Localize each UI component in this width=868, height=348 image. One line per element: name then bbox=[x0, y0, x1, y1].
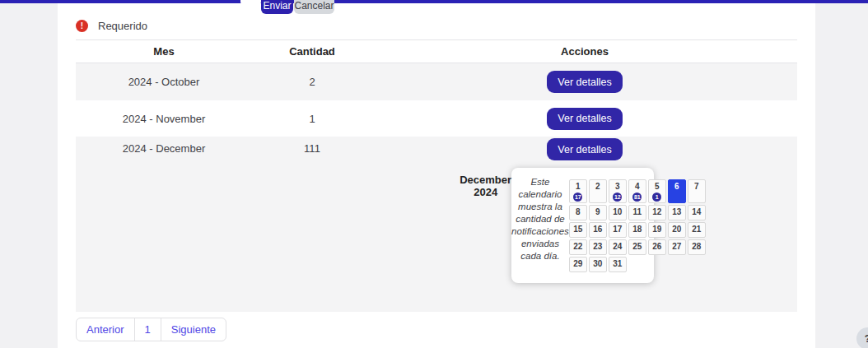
calendar-day-14[interactable]: 14 bbox=[688, 205, 706, 220]
calendar-day-19[interactable]: 19 bbox=[648, 222, 666, 238]
pagination-previous-button[interactable]: Anterior bbox=[77, 318, 134, 341]
day-number: 26 bbox=[652, 242, 661, 251]
calendar-day-15[interactable]: 15 bbox=[569, 222, 587, 238]
calendar-day-18[interactable]: 18 bbox=[628, 222, 646, 238]
day-number: 17 bbox=[613, 225, 622, 234]
calendar-day-23[interactable]: 23 bbox=[589, 239, 607, 255]
day-number: 24 bbox=[613, 242, 622, 251]
day-number: 6 bbox=[674, 182, 679, 191]
view-details-button[interactable]: Ver detalles bbox=[547, 108, 622, 130]
calendar-day-24[interactable]: 24 bbox=[609, 239, 627, 255]
day-number: 12 bbox=[652, 207, 661, 216]
calendar-day-31[interactable]: 31 bbox=[609, 257, 627, 272]
day-number: 20 bbox=[672, 225, 681, 234]
cell-cantidad: 111 bbox=[252, 137, 372, 312]
cell-mes: 2024 - December bbox=[76, 137, 252, 312]
calendar-day-21[interactable]: 21 bbox=[688, 222, 706, 238]
day-number: 3 bbox=[615, 182, 620, 191]
calendar-day-8[interactable]: 8 bbox=[569, 205, 587, 220]
table-row: 2024 - November 1 Ver detalles bbox=[76, 100, 797, 137]
calendar-day-9[interactable]: 9 bbox=[589, 205, 607, 220]
calendar-day-28[interactable]: 28 bbox=[688, 239, 706, 255]
table-row: 2024 - December 111 Ver detalles Decembe… bbox=[76, 137, 797, 312]
calendar-day-26[interactable]: 26 bbox=[648, 239, 666, 255]
calendar-day-11[interactable]: 11 bbox=[628, 205, 646, 220]
day-number: 2 bbox=[595, 182, 600, 191]
day-number: 9 bbox=[595, 207, 600, 216]
day-count-badge: 17 bbox=[573, 193, 582, 202]
required-note: ! Requerido bbox=[76, 20, 797, 32]
view-details-button[interactable]: Ver detalles bbox=[547, 138, 622, 160]
cell-mes: 2024 - November bbox=[76, 100, 252, 137]
day-number: 28 bbox=[692, 242, 701, 251]
calendar-day-25[interactable]: 25 bbox=[628, 239, 646, 255]
calendar-day-12[interactable]: 12 bbox=[648, 205, 666, 220]
calendar-day-6[interactable]: 6 bbox=[668, 179, 686, 203]
calendar-title: December 2024 bbox=[460, 174, 511, 198]
day-number: 10 bbox=[613, 207, 622, 216]
help-button[interactable]: ? bbox=[856, 327, 868, 348]
day-number: 11 bbox=[632, 207, 642, 216]
cell-mes: 2024 - October bbox=[76, 63, 252, 100]
top-accent-bar bbox=[0, 0, 868, 3]
day-number: 4 bbox=[635, 182, 640, 191]
calendar-day-20[interactable]: 20 bbox=[668, 222, 686, 238]
day-number: 25 bbox=[632, 242, 642, 251]
calendar-subtitle: Este calendario muestra la cantidad de n… bbox=[511, 176, 569, 262]
calendar-day-30[interactable]: 30 bbox=[589, 257, 607, 272]
day-number: 31 bbox=[613, 259, 622, 268]
table-row: 2024 - October 2 Ver detalles bbox=[76, 63, 797, 100]
pagination-page-1-button[interactable]: 1 bbox=[134, 318, 161, 341]
column-header-cantidad: Cantidad bbox=[252, 40, 372, 63]
calendar-day-2[interactable]: 2 bbox=[589, 179, 607, 203]
calendar-day-13[interactable]: 13 bbox=[668, 205, 686, 220]
day-count-badge: 81 bbox=[632, 193, 642, 202]
day-number: 13 bbox=[672, 207, 681, 216]
calendar-day-22[interactable]: 22 bbox=[569, 239, 587, 255]
calendar-day-27[interactable]: 27 bbox=[668, 239, 686, 255]
pagination: Anterior 1 Siguiente bbox=[76, 318, 226, 341]
calendar-day-16[interactable]: 16 bbox=[589, 222, 607, 238]
day-number: 14 bbox=[692, 207, 701, 216]
day-number: 22 bbox=[573, 242, 582, 251]
cell-cantidad: 1 bbox=[252, 100, 372, 137]
calendar-day-1[interactable]: 117 bbox=[569, 179, 587, 203]
calendar-grid: 1172312481516789101112131415161718192021… bbox=[569, 179, 706, 272]
required-label: Requerido bbox=[98, 20, 147, 32]
table-header: Mes Cantidad Acciones bbox=[76, 40, 797, 63]
calendar-day-3[interactable]: 312 bbox=[609, 179, 627, 203]
calendar-day-4[interactable]: 481 bbox=[628, 179, 646, 203]
calendar-popover: December 2024 Este calendario muestra la… bbox=[511, 168, 654, 283]
calendar-day-29[interactable]: 29 bbox=[569, 257, 587, 272]
calendar-day-10[interactable]: 10 bbox=[609, 205, 627, 220]
day-number: 15 bbox=[573, 225, 582, 234]
pagination-next-button[interactable]: Siguiente bbox=[161, 318, 226, 341]
day-count-badge: 12 bbox=[613, 193, 622, 202]
day-number: 5 bbox=[655, 182, 660, 191]
day-number: 7 bbox=[694, 182, 699, 191]
day-number: 18 bbox=[632, 225, 642, 234]
day-number: 23 bbox=[593, 242, 602, 251]
day-number: 30 bbox=[593, 259, 602, 268]
cancel-button[interactable]: Cancelar bbox=[294, 0, 334, 14]
column-header-mes: Mes bbox=[76, 40, 252, 63]
day-number: 19 bbox=[652, 225, 661, 234]
calendar-day-5[interactable]: 51 bbox=[648, 179, 666, 203]
day-number: 16 bbox=[593, 225, 602, 234]
calendar-day-7[interactable]: 7 bbox=[688, 179, 706, 203]
view-details-button[interactable]: Ver detalles bbox=[547, 71, 622, 93]
day-number: 29 bbox=[573, 259, 582, 268]
day-number: 8 bbox=[576, 207, 581, 216]
error-icon: ! bbox=[76, 20, 88, 32]
cell-cantidad: 2 bbox=[252, 63, 372, 100]
submit-button[interactable]: Enviar bbox=[261, 0, 293, 14]
content-card: ! Requerido Mes Cantidad Acciones 2024 -… bbox=[58, 0, 815, 348]
day-number: 1 bbox=[576, 182, 581, 191]
day-number: 27 bbox=[672, 242, 681, 251]
calendar-day-17[interactable]: 17 bbox=[609, 222, 627, 238]
day-count-badge: 1 bbox=[652, 193, 661, 202]
day-number: 21 bbox=[692, 225, 701, 234]
top-notch-decoration bbox=[240, 0, 261, 6]
column-header-acciones: Acciones bbox=[372, 40, 797, 63]
